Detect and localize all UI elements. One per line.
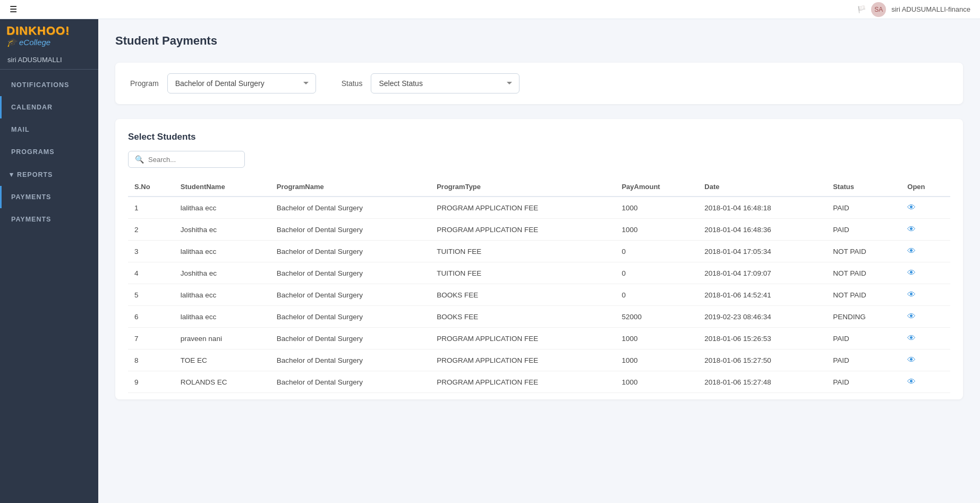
cell-program-name: Bachelor of Dental Surgery [270, 306, 430, 328]
cell-open: 👁 [901, 284, 950, 306]
table-row: 8 TOE EC Bachelor of Dental Surgery PROG… [128, 349, 950, 371]
sidebar-user: siri ADUSUMALLI [0, 50, 98, 70]
view-icon[interactable]: 👁 [907, 355, 916, 364]
chevron-down-icon: ▾ [10, 170, 14, 178]
table-row: 6 lalithaa ecc Bachelor of Dental Surger… [128, 306, 950, 328]
cell-student-name: Joshitha ec [174, 219, 270, 241]
view-icon[interactable]: 👁 [907, 246, 916, 255]
cell-program-type: TUITION FEE [430, 262, 615, 284]
page-title: Student Payments [115, 34, 963, 48]
view-icon[interactable]: 👁 [907, 377, 916, 386]
sidebar-item-payments1[interactable]: PAYMENTS [0, 186, 98, 208]
topbar-right: 🏳️ SA siri ADUSUMALLI-finance [857, 2, 970, 17]
cell-date: 2018-01-06 15:27:50 [698, 349, 826, 371]
sidebar: DINKHOO! 🎓 eCollege siri ADUSUMALLI NOTI… [0, 19, 98, 503]
sidebar-item-mail[interactable]: MAIL [0, 118, 98, 141]
sidebar-item-notifications[interactable]: NOTIFICATIONS [0, 74, 98, 96]
payments-table: S.No StudentName ProgramName ProgramType… [128, 177, 950, 393]
view-icon[interactable]: 👁 [907, 225, 916, 234]
cell-student-name: lalithaa ecc [174, 241, 270, 262]
program-select[interactable]: Bachelor of Dental Surgery Bachelor of M… [167, 73, 316, 93]
cell-date: 2019-02-23 08:46:34 [698, 306, 826, 328]
cell-date: 2018-01-04 17:05:34 [698, 241, 826, 262]
table-row: 7 praveen nani Bachelor of Dental Surger… [128, 328, 950, 349]
cell-program-type: TUITION FEE [430, 241, 615, 262]
search-box: 🔍 [128, 151, 245, 168]
cell-sno: 6 [128, 306, 174, 328]
cell-date: 2018-01-06 15:27:48 [698, 371, 826, 393]
view-icon[interactable]: 👁 [907, 312, 916, 321]
table-header-row: S.No StudentName ProgramName ProgramType… [128, 177, 950, 197]
cell-pay-amount: 1000 [615, 371, 698, 393]
cell-pay-amount: 1000 [615, 197, 698, 219]
sidebar-item-calendar[interactable]: CALENDAR [0, 96, 98, 118]
cell-pay-amount: 0 [615, 241, 698, 262]
sidebar-nav: NOTIFICATIONS CALENDAR MAIL PROGRAMS ▾ R… [0, 74, 98, 231]
table-row: 9 ROLANDS EC Bachelor of Dental Surgery … [128, 371, 950, 393]
cell-program-type: BOOKS FEE [430, 284, 615, 306]
cell-open: 👁 [901, 197, 950, 219]
col-student-name: StudentName [174, 177, 270, 197]
cell-pay-amount: 52000 [615, 306, 698, 328]
cell-program-name: Bachelor of Dental Surgery [270, 241, 430, 262]
table-row: 5 lalithaa ecc Bachelor of Dental Surger… [128, 284, 950, 306]
cell-status: PAID [826, 197, 901, 219]
cell-status: PAID [826, 219, 901, 241]
col-program-type: ProgramType [430, 177, 615, 197]
sidebar-item-payments2[interactable]: PAYMENTS [0, 208, 98, 231]
status-label: Status [342, 79, 363, 88]
cell-program-name: Bachelor of Dental Surgery [270, 349, 430, 371]
cell-open: 👁 [901, 328, 950, 349]
col-sno: S.No [128, 177, 174, 197]
cell-program-name: Bachelor of Dental Surgery [270, 284, 430, 306]
cell-program-type: PROGRAM APPLICATION FEE [430, 197, 615, 219]
cell-program-name: Bachelor of Dental Surgery [270, 219, 430, 241]
cell-student-name: ROLANDS EC [174, 371, 270, 393]
cell-status: PAID [826, 371, 901, 393]
cell-open: 👁 [901, 241, 950, 262]
avatar[interactable]: SA [871, 2, 886, 17]
flag-icon: 🏳️ [857, 5, 866, 13]
search-input[interactable] [148, 156, 238, 164]
cell-student-name: TOE EC [174, 349, 270, 371]
cell-student-name: Joshitha ec [174, 262, 270, 284]
cell-date: 2018-01-06 15:26:53 [698, 328, 826, 349]
col-status: Status [826, 177, 901, 197]
cell-program-type: PROGRAM APPLICATION FEE [430, 349, 615, 371]
search-icon: 🔍 [135, 155, 144, 164]
main-content: Student Payments Program Bachelor of Den… [98, 19, 980, 503]
cell-student-name: lalithaa ecc [174, 284, 270, 306]
view-icon[interactable]: 👁 [907, 334, 916, 343]
logo-dinkhoo: DINKHOO! [6, 24, 70, 37]
view-icon[interactable]: 👁 [907, 268, 916, 277]
cell-pay-amount: 1000 [615, 349, 698, 371]
cell-date: 2018-01-06 14:52:41 [698, 284, 826, 306]
view-icon[interactable]: 👁 [907, 203, 916, 212]
table-row: 3 lalithaa ecc Bachelor of Dental Surger… [128, 241, 950, 262]
table-row: 1 lalithaa ecc Bachelor of Dental Surger… [128, 197, 950, 219]
sidebar-item-reports[interactable]: ▾ REPORTS [0, 163, 98, 186]
cell-sno: 4 [128, 262, 174, 284]
cell-pay-amount: 1000 [615, 328, 698, 349]
cell-sno: 2 [128, 219, 174, 241]
menu-icon[interactable]: ☰ [10, 4, 17, 14]
students-section: Select Students 🔍 S.No StudentName Progr… [115, 119, 963, 399]
cell-pay-amount: 0 [615, 262, 698, 284]
cell-student-name: lalithaa ecc [174, 306, 270, 328]
col-date: Date [698, 177, 826, 197]
cell-program-name: Bachelor of Dental Surgery [270, 328, 430, 349]
cell-program-type: PROGRAM APPLICATION FEE [430, 328, 615, 349]
view-icon[interactable]: 👁 [907, 290, 916, 299]
sidebar-logo: DINKHOO! 🎓 eCollege [0, 19, 98, 50]
cell-open: 👁 [901, 349, 950, 371]
cell-program-type: PROGRAM APPLICATION FEE [430, 219, 615, 241]
cell-open: 👁 [901, 371, 950, 393]
program-label: Program [130, 79, 159, 88]
cell-sno: 9 [128, 371, 174, 393]
cell-open: 👁 [901, 219, 950, 241]
cell-student-name: lalithaa ecc [174, 197, 270, 219]
status-select[interactable]: Select Status PAID NOT PAID PENDING [371, 73, 519, 93]
sidebar-item-programs[interactable]: PROGRAMS [0, 141, 98, 163]
program-filter-group: Program Bachelor of Dental Surgery Bache… [130, 73, 316, 93]
col-pay-amount: PayAmount [615, 177, 698, 197]
